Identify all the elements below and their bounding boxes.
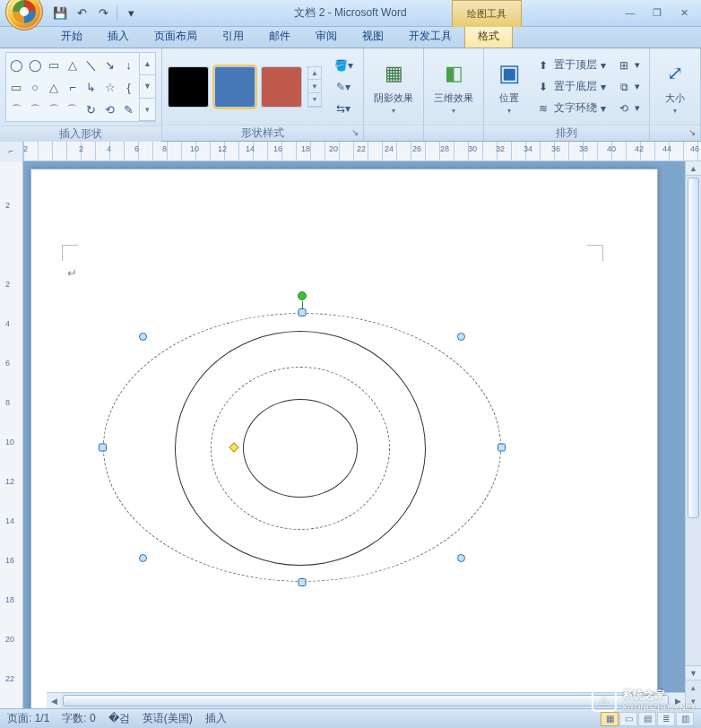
size-button[interactable]: ⤢ 大小 ▾	[655, 54, 695, 120]
style-swatch-red[interactable]	[261, 66, 302, 108]
tab-review[interactable]: 审阅	[303, 25, 350, 48]
save-icon[interactable]: 💾	[52, 5, 68, 22]
tab-pagelayout[interactable]: 页面布局	[142, 25, 210, 48]
tab-mailings[interactable]: 邮件	[256, 25, 303, 48]
scroll-left-icon[interactable]: ◀	[47, 693, 61, 708]
size-launcher-icon[interactable]: ↘	[687, 127, 697, 138]
position-button[interactable]: ▣ 位置 ▾	[489, 54, 529, 120]
resize-handle-se[interactable]	[457, 554, 465, 562]
office-button[interactable]	[5, 0, 43, 30]
view-web-icon[interactable]: ▤	[638, 712, 656, 726]
shape-gallery-item-19[interactable]: ⟲	[100, 99, 119, 121]
ruler-corner[interactable]: ⌐	[0, 142, 23, 161]
scroll-right-icon[interactable]: ▶	[671, 693, 685, 708]
shape-gallery-item-5[interactable]: ↘	[100, 54, 119, 76]
shape-gallery-item-2[interactable]: ▭	[45, 54, 64, 76]
resize-handle-sw[interactable]	[139, 554, 147, 562]
status-words[interactable]: 字数: 0	[62, 711, 95, 726]
qat-customize-icon[interactable]: ▾	[123, 5, 139, 22]
gallery-more-icon[interactable]: ▾	[140, 99, 155, 121]
shape-ring-inner[interactable]	[243, 399, 358, 498]
gallery-scroll-up-icon[interactable]: ▲	[140, 53, 155, 75]
document-scroll[interactable]: ↵ ▲ ▼ ▴	[23, 161, 701, 708]
next-page-icon[interactable]: ▾	[686, 695, 701, 709]
shape-gallery-item-16[interactable]: ⌒	[45, 99, 64, 121]
text-wrap-button[interactable]: ≋文字环绕▾	[532, 99, 610, 118]
shape-gallery-item-12[interactable]: ☆	[100, 76, 119, 99]
scroll-up-icon[interactable]: ▲	[686, 161, 701, 176]
style-swatch-blue[interactable]	[214, 66, 255, 108]
redo-icon[interactable]: ↷	[95, 5, 111, 22]
horizontal-scrollbar[interactable]: ◀ ▶	[47, 692, 685, 708]
shape-gallery-item-8[interactable]: ○	[26, 76, 45, 99]
tab-view[interactable]: 视图	[350, 25, 396, 48]
resize-handle-nw[interactable]	[139, 333, 147, 341]
resize-handle-e[interactable]	[498, 444, 506, 452]
status-insert-mode[interactable]: 插入	[205, 711, 227, 726]
change-shape-button[interactable]: ⇆▾	[329, 99, 358, 118]
shape-gallery-item-20[interactable]: ✎	[119, 99, 138, 121]
shape-gallery-item-17[interactable]: ⌒	[64, 99, 82, 121]
shape-gallery[interactable]: ◯◯▭△＼↘↓▭○△⌐↳☆{⌒⌒⌒⌒↻⟲✎ ▲ ▼ ▾	[5, 52, 156, 122]
view-draft-icon[interactable]: ▥	[676, 712, 694, 726]
shape-gallery-item-1[interactable]: ◯	[26, 54, 45, 76]
shape-gallery-item-0[interactable]: ◯	[7, 54, 26, 76]
close-button[interactable]: ✕	[672, 5, 696, 20]
gallery-scroll-down-icon[interactable]: ▼	[140, 75, 155, 98]
style-swatch-black[interactable]	[168, 66, 209, 108]
shape-styles-launcher-icon[interactable]: ↘	[350, 127, 360, 138]
group-button[interactable]: ⧉▾	[613, 77, 644, 97]
tab-developer[interactable]: 开发工具	[396, 25, 464, 48]
style-scroll-up-icon[interactable]: ▲	[308, 67, 321, 81]
selected-shape-donut[interactable]	[103, 313, 501, 582]
rotate-button[interactable]: ⟲▾	[613, 99, 644, 118]
tab-home[interactable]: 开始	[48, 25, 95, 48]
maximize-button[interactable]: ❐	[645, 5, 669, 20]
view-fullscreen-icon[interactable]: ▭	[619, 712, 637, 726]
resize-handle-s[interactable]	[299, 578, 307, 586]
view-print-layout-icon[interactable]: ▦	[601, 712, 619, 726]
vertical-ruler[interactable]: 2246810121416182022	[0, 161, 23, 708]
tab-format[interactable]: 格式	[464, 24, 513, 48]
shape-gallery-item-11[interactable]: ↳	[82, 76, 100, 99]
shadow-effects-button[interactable]: ▦ 阴影效果 ▾	[369, 54, 418, 120]
rotate-handle[interactable]	[298, 291, 307, 300]
shape-fill-button[interactable]: 🪣▾	[329, 56, 358, 75]
shape-gallery-item-13[interactable]: {	[119, 76, 138, 99]
scroll-down-icon[interactable]: ▼	[686, 665, 701, 680]
tab-references[interactable]: 引用	[210, 25, 256, 48]
vertical-scrollbar[interactable]: ▲ ▼ ▴ ▾	[685, 161, 701, 708]
undo-icon[interactable]: ↶	[74, 5, 90, 22]
shape-gallery-item-7[interactable]: ▭	[7, 76, 26, 99]
page[interactable]: ↵	[30, 169, 658, 708]
horizontal-ruler[interactable]: ⌐ 22468101214161820222426283032343638404…	[0, 142, 701, 161]
align-button[interactable]: ⊞▾	[613, 56, 644, 75]
scroll-thumb-h[interactable]	[63, 695, 669, 706]
minimize-button[interactable]: —	[619, 5, 642, 20]
scroll-thumb-v[interactable]	[688, 178, 699, 518]
shape-outline-button[interactable]: ✎▾	[329, 77, 358, 97]
status-page[interactable]: 页面: 1/1	[7, 711, 49, 726]
shape-gallery-item-4[interactable]: ＼	[82, 54, 100, 76]
ruler-v-tick: 18	[5, 595, 14, 604]
shape-gallery-item-3[interactable]: △	[64, 54, 82, 76]
prev-page-icon[interactable]: ▴	[686, 680, 701, 695]
style-scroll-down-icon[interactable]: ▼	[308, 80, 321, 93]
view-outline-icon[interactable]: ≣	[657, 712, 675, 726]
resize-handle-ne[interactable]	[457, 333, 465, 341]
bring-to-front-button[interactable]: ⬆置于顶层▾	[532, 56, 610, 75]
send-to-back-button[interactable]: ⬇置于底层▾	[532, 77, 610, 97]
shape-gallery-item-15[interactable]: ⌒	[26, 99, 45, 121]
style-more-icon[interactable]: ▾	[308, 93, 321, 107]
shape-gallery-item-18[interactable]: ↻	[82, 99, 100, 121]
resize-handle-w[interactable]	[99, 444, 107, 452]
proofing-icon[interactable]: �검	[108, 711, 130, 726]
resize-handle-n[interactable]	[299, 308, 307, 316]
shape-gallery-item-6[interactable]: ↓	[119, 54, 138, 76]
shape-gallery-item-14[interactable]: ⌒	[7, 99, 26, 121]
threed-effects-button[interactable]: ◧ 三维效果 ▾	[429, 54, 478, 120]
tab-insert[interactable]: 插入	[95, 25, 142, 48]
status-language[interactable]: 英语(美国)	[143, 711, 193, 726]
shape-gallery-item-10[interactable]: ⌐	[64, 76, 82, 99]
shape-gallery-item-9[interactable]: △	[45, 76, 64, 99]
